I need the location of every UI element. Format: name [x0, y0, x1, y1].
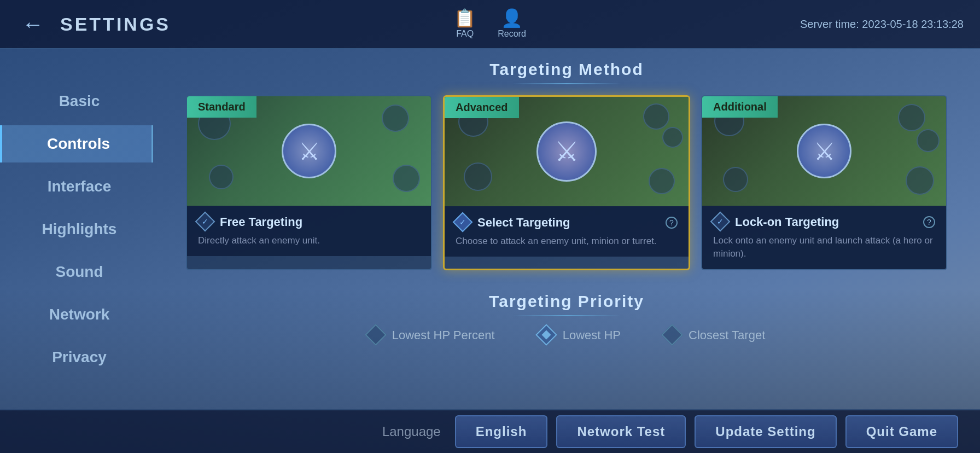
sidebar-item-interface[interactable]: Interface: [0, 168, 153, 205]
card-image-standard: ⚔ Standard: [187, 96, 431, 206]
deco-circle-add5: [917, 129, 940, 152]
card-tag-additional: Additional: [702, 96, 778, 118]
targeting-priority-section: Targeting Priority Lowest HP Percent Low…: [186, 292, 947, 344]
sword-advanced: ⚔: [555, 136, 579, 167]
record-button[interactable]: 👤 Record: [498, 9, 526, 39]
deco-circle-add4: [906, 166, 934, 195]
deco-circle-add2: [898, 104, 925, 131]
deco-circle-3: [209, 165, 234, 189]
card-desc-standard: Directly attack an enemy unit.: [198, 234, 420, 247]
targeting-card-standard[interactable]: ⚔ Standard Free Targeting Directly attac…: [186, 95, 432, 270]
check-container-additional: [713, 214, 728, 230]
diamond-container-2: [539, 327, 555, 344]
priority-option-lowest-hp[interactable]: Lowest HP: [539, 327, 621, 344]
check-container-standard: [198, 214, 213, 230]
hero-center-advanced: ⚔: [536, 121, 597, 182]
sword-standard: ⚔: [299, 137, 320, 165]
header: ← SETTINGS 📋 FAQ 👤 Record Server time: 2…: [0, 0, 980, 49]
header-center: 📋 FAQ 👤 Record: [454, 9, 526, 39]
language-label: Language: [382, 424, 441, 439]
sidebar-item-privacy[interactable]: Privacy: [0, 339, 153, 376]
deco-circle-2: [382, 104, 409, 132]
sword-additional: ⚔: [814, 137, 835, 165]
priority-option-closest-target[interactable]: Closest Target: [664, 327, 765, 344]
update-setting-button[interactable]: Update Setting: [695, 415, 836, 448]
deco-circle-a3: [464, 162, 492, 191]
sidebar-item-sound[interactable]: Sound: [0, 253, 153, 291]
question-mark-additional[interactable]: ?: [923, 216, 935, 228]
priority-label-lowest-hp: Lowest HP: [563, 328, 621, 342]
card-header-advanced: Select Targeting ?: [456, 215, 678, 230]
card-header-standard: Free Targeting: [198, 214, 420, 230]
priority-option-lowest-hp-percent[interactable]: Lowest HP Percent: [368, 327, 495, 344]
card-header-additional: Lock-on Targeting ?: [713, 214, 935, 230]
card-image-additional: ⚔ Additional: [702, 96, 946, 206]
deco-circle-add3: [723, 167, 748, 192]
diamond-check-additional: [710, 212, 731, 232]
sidebar-item-controls[interactable]: Controls: [0, 125, 153, 162]
network-test-button[interactable]: Network Test: [556, 415, 686, 448]
card-body-advanced: Select Targeting ? Choose to attack an e…: [445, 206, 689, 257]
targeting-card-additional[interactable]: ⚔ Additional Lock-on Targeting ? Lock on…: [701, 95, 947, 270]
priority-label-closest-target: Closest Target: [689, 328, 765, 342]
sidebar: Basic Controls Interface Highlights Soun…: [0, 49, 153, 409]
diamond-container-3: [664, 327, 681, 344]
card-desc-additional: Lock onto an enemy unit and launch attac…: [713, 234, 935, 260]
sidebar-item-network[interactable]: Network: [0, 296, 153, 333]
main-layout: Basic Controls Interface Highlights Soun…: [0, 49, 980, 409]
bottom-bar: Language English Network Test Update Set…: [0, 409, 980, 453]
quit-game-button[interactable]: Quit Game: [845, 415, 958, 448]
diamond-check-standard: [195, 212, 215, 232]
sidebar-item-basic[interactable]: Basic: [0, 83, 153, 120]
record-label: Record: [498, 29, 526, 39]
card-desc-advanced: Choose to attack an enemy unit, minion o…: [456, 235, 678, 248]
priority-diamond-2: [535, 324, 557, 346]
targeting-card-advanced[interactable]: ⚔ Advanced Select Targeting ? Choose to …: [443, 95, 690, 270]
faq-button[interactable]: 📋 FAQ: [454, 9, 476, 39]
back-button[interactable]: ←: [16, 9, 49, 39]
priority-label-lowest-hp-percent: Lowest HP Percent: [392, 328, 495, 342]
deco-circle-a4: [649, 168, 675, 194]
page-title: SETTINGS: [60, 14, 171, 35]
targeting-priority-title: Targeting Priority: [186, 292, 947, 316]
check-container-advanced: [456, 215, 471, 230]
priority-options: Lowest HP Percent Lowest HP Closest Targ…: [186, 327, 947, 344]
priority-diamond-1: [365, 324, 387, 346]
card-body-standard: Free Targeting Directly attack an enemy …: [187, 206, 431, 256]
card-body-additional: Lock-on Targeting ? Lock onto an enemy u…: [702, 206, 946, 269]
english-button[interactable]: English: [455, 415, 548, 448]
targeting-cards: ⚔ Standard Free Targeting Directly attac…: [186, 95, 947, 270]
diamond-check-advanced: [453, 212, 473, 233]
sidebar-item-highlights[interactable]: Highlights: [0, 211, 153, 248]
diamond-container-1: [368, 327, 384, 344]
deco-circle-4: [393, 165, 420, 192]
card-title-advanced: Select Targeting: [477, 216, 570, 230]
deco-circle-a2: [643, 103, 669, 130]
question-mark-advanced[interactable]: ?: [666, 217, 678, 229]
priority-diamond-3: [661, 324, 683, 346]
card-title-standard: Free Targeting: [220, 215, 302, 229]
deco-circle-a5: [662, 127, 683, 148]
hero-center-additional: ⚔: [797, 124, 851, 178]
targeting-method-title: Targeting Method: [186, 60, 947, 84]
content-area: Targeting Method ⚔ S: [153, 49, 980, 409]
hero-center-standard: ⚔: [282, 124, 336, 178]
card-tag-standard: Standard: [187, 96, 256, 118]
server-time: Server time: 2023-05-18 23:13:28: [800, 18, 964, 31]
record-icon: 👤: [501, 9, 523, 27]
card-tag-advanced: Advanced: [445, 97, 519, 118]
faq-icon: 📋: [454, 9, 476, 27]
card-image-advanced: ⚔ Advanced: [445, 97, 689, 206]
back-arrow-icon: ←: [22, 13, 44, 35]
faq-label: FAQ: [456, 29, 474, 39]
card-title-additional: Lock-on Targeting: [735, 215, 839, 229]
